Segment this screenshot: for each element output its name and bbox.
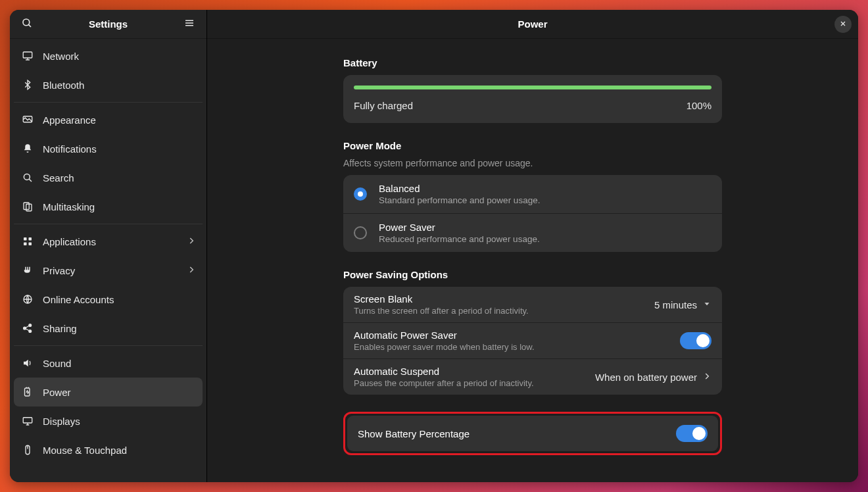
sidebar-item-label: Online Accounts (43, 294, 196, 305)
screen-blank-row[interactable]: Screen Blank Turns the screen off after … (343, 287, 722, 323)
svg-rect-15 (24, 243, 27, 246)
power-mode-card: Balanced Standard performance and power … (343, 175, 722, 252)
sidebar-separator (14, 345, 203, 346)
sidebar-item-sharing[interactable]: Sharing (14, 314, 203, 343)
bell-icon (20, 141, 35, 156)
search-button[interactable] (18, 15, 36, 34)
sidebar-item-privacy[interactable]: Privacy (14, 256, 203, 285)
sidebar: Settings Network Bluetooth Appearance (10, 10, 207, 482)
show-battery-percentage-highlight: Show Battery Percentage (343, 412, 722, 455)
chevron-right-icon (702, 372, 711, 383)
battery-heading: Battery (343, 57, 722, 68)
power-mode-option-balanced[interactable]: Balanced Standard performance and power … (343, 175, 722, 214)
sidebar-item-notifications[interactable]: Notifications (14, 134, 203, 163)
sidebar-item-mouse-touchpad[interactable]: Mouse & Touchpad (14, 435, 203, 464)
screen-blank-desc: Turns the screen off after a period of i… (354, 306, 654, 316)
power-saving-card: Screen Blank Turns the screen off after … (343, 287, 722, 395)
sidebar-item-online-accounts[interactable]: Online Accounts (14, 285, 203, 314)
auto-power-saver-desc: Enables power saver mode when battery is… (354, 342, 680, 352)
close-button[interactable] (834, 16, 852, 33)
sidebar-item-label: Bluetooth (43, 80, 196, 91)
sidebar-item-network[interactable]: Network (14, 41, 203, 70)
online-accounts-icon (20, 292, 35, 307)
svg-rect-5 (23, 52, 32, 58)
auto-power-saver-row[interactable]: Automatic Power Saver Enables power save… (343, 323, 722, 359)
power-mode-option-desc: Standard performance and power usage. (379, 195, 540, 205)
sidebar-item-multitasking[interactable]: Multitasking (14, 192, 203, 221)
privacy-icon (20, 263, 35, 278)
svg-rect-16 (29, 243, 32, 246)
multitasking-icon (20, 199, 35, 214)
sidebar-item-label: Power (43, 387, 196, 398)
power-mode-option-title: Power Saver (379, 222, 540, 233)
sidebar-item-label: Mouse & Touchpad (43, 445, 196, 456)
content-pane: Power Battery Fully charged 100% Power M… (207, 10, 858, 482)
sidebar-nav[interactable]: Network Bluetooth Appearance Notificatio… (10, 39, 206, 482)
sidebar-item-label: Sound (43, 358, 196, 369)
page-title: Power (518, 18, 547, 30)
network-icon (20, 49, 35, 63)
sidebar-title: Settings (89, 18, 128, 30)
screen-blank-value: 5 minutes (654, 299, 697, 310)
svg-rect-8 (23, 116, 32, 122)
settings-window: Settings Network Bluetooth Appearance (10, 10, 858, 482)
show-battery-percentage-title: Show Battery Percentage (358, 428, 676, 439)
sidebar-item-label: Displays (43, 416, 196, 427)
auto-suspend-title: Automatic Suspend (354, 366, 595, 377)
battery-status: Fully charged (354, 100, 413, 111)
auto-suspend-row[interactable]: Automatic Suspend Pauses the computer af… (343, 359, 722, 395)
svg-rect-26 (23, 418, 32, 423)
svg-rect-13 (24, 237, 27, 241)
sidebar-item-label: Network (43, 51, 196, 62)
hamburger-icon (183, 17, 195, 31)
sidebar-item-bluetooth[interactable]: Bluetooth (14, 70, 203, 99)
sidebar-separator (14, 102, 203, 103)
sidebar-item-power[interactable]: Power (14, 378, 203, 406)
apps-icon (20, 234, 35, 249)
sidebar-item-sound[interactable]: Sound (14, 349, 203, 378)
svg-rect-14 (29, 237, 32, 241)
svg-line-1 (28, 24, 31, 27)
show-battery-percentage-row[interactable]: Show Battery Percentage (347, 416, 718, 451)
svg-line-22 (26, 329, 29, 331)
power-mode-heading: Power Mode (343, 140, 722, 151)
sidebar-item-label: Search (43, 172, 196, 184)
sidebar-item-label: Notifications (43, 143, 196, 155)
auto-suspend-desc: Pauses the computer after a period of in… (354, 378, 595, 388)
screen-blank-value-dropdown[interactable]: 5 minutes (654, 299, 711, 310)
search-icon (20, 170, 35, 185)
auto-suspend-value: When on battery power (595, 372, 697, 383)
dropdown-icon (702, 299, 711, 310)
svg-line-10 (29, 179, 32, 182)
sidebar-header: Settings (10, 10, 206, 39)
sidebar-item-displays[interactable]: Displays (14, 406, 203, 435)
power-saving-heading: Power Saving Options (343, 269, 722, 280)
bluetooth-icon (20, 78, 35, 92)
show-battery-percentage-switch[interactable] (676, 425, 708, 442)
auto-suspend-value-button[interactable]: When on battery power (595, 372, 711, 383)
battery-level-bar (354, 86, 711, 89)
sidebar-item-appearance[interactable]: Appearance (14, 105, 203, 134)
displays-icon (20, 414, 35, 428)
power-mode-option-desc: Reduced performance and power usage. (379, 234, 540, 244)
power-mode-subtitle: Affects system performance and power usa… (343, 158, 722, 168)
content-body[interactable]: Battery Fully charged 100% Power Mode Af… (207, 39, 858, 482)
battery-card: Fully charged 100% (343, 75, 722, 123)
mouse-icon (20, 443, 35, 457)
power-mode-option-power-saver[interactable]: Power Saver Reduced performance and powe… (343, 214, 722, 252)
sidebar-item-applications[interactable]: Applications (14, 227, 203, 256)
sidebar-item-label: Sharing (43, 323, 196, 334)
sound-icon (20, 356, 35, 370)
svg-line-21 (26, 326, 29, 328)
power-icon (20, 385, 35, 399)
svg-marker-33 (705, 303, 710, 305)
sidebar-separator (14, 224, 203, 224)
menu-button[interactable] (180, 15, 199, 34)
auto-power-saver-switch[interactable] (680, 332, 711, 349)
search-icon (21, 17, 33, 31)
chevron-right-icon (187, 265, 196, 276)
svg-point-9 (24, 174, 30, 180)
sidebar-item-search[interactable]: Search (14, 163, 203, 192)
sidebar-item-label: Appearance (43, 114, 196, 126)
sidebar-item-label: Applications (43, 236, 187, 247)
